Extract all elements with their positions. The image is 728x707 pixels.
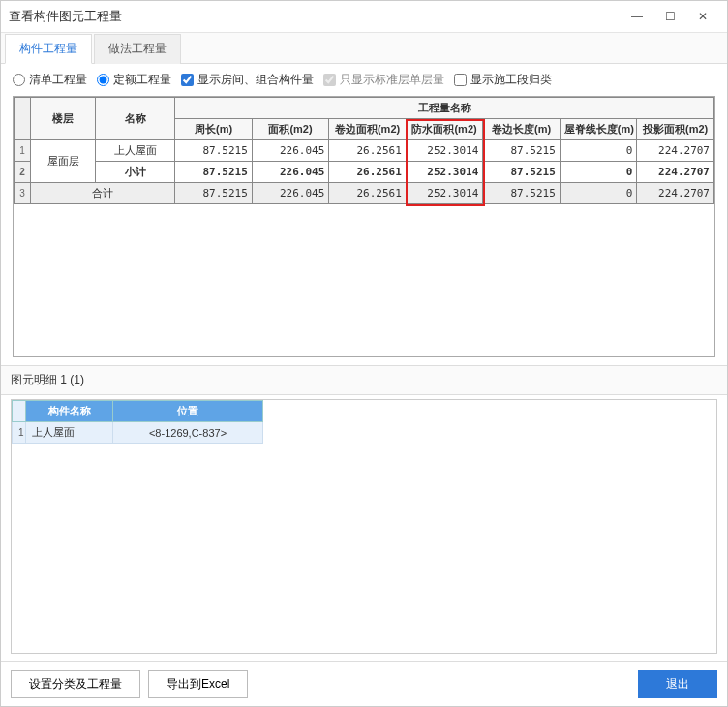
radio-quota-qty[interactable]: 定额工程量 (97, 72, 171, 88)
value-cell: 224.2707 (637, 183, 714, 204)
detail-header-name: 构件名称 (26, 401, 113, 422)
chk-only-single-input (323, 74, 336, 86)
export-button[interactable]: 导出到Excel (148, 670, 248, 698)
header-group: 工程量名称 (175, 98, 714, 119)
header-rownum (15, 98, 31, 140)
detail-pos: <8-1269,C-837> (113, 422, 263, 444)
list-item[interactable]: 1上人屋面<8-1269,C-837> (13, 422, 263, 444)
quantity-grid: 楼层 名称 工程量名称 周长(m)面积(m2)卷边面积(m2)防水面积(m2)卷… (13, 96, 715, 357)
value-cell: 0 (560, 162, 637, 183)
chk-section-label: 显示施工段归类 (470, 72, 552, 88)
chk-only-single-label: 只显示标准层单层量 (340, 72, 444, 88)
chk-section-input[interactable] (454, 74, 467, 86)
value-cell: 252.3014 (406, 140, 483, 162)
rownum-cell: 1 (15, 140, 31, 162)
value-cell: 226.045 (252, 140, 329, 162)
name-cell: 上人屋面 (96, 140, 175, 162)
value-cell: 87.5215 (175, 183, 253, 204)
value-cell: 26.2561 (329, 183, 407, 204)
value-cell: 0 (560, 183, 637, 204)
header-floor: 楼层 (30, 98, 95, 140)
tab-component-qty[interactable]: 构件工程量 (5, 34, 92, 64)
detail-title: 图元明细 1 (1) (1, 365, 727, 395)
value-cell: 87.5215 (483, 140, 561, 162)
rownum-cell: 3 (15, 183, 31, 204)
table-row: 3合计87.5215226.04526.2561252.301487.52150… (15, 183, 714, 204)
detail-header-rownum (13, 401, 26, 422)
radio-quota-qty-input[interactable] (97, 74, 109, 86)
name-cell: 小计 (96, 162, 175, 183)
detail-header-pos: 位置 (113, 401, 263, 422)
value-cell: 0 (560, 140, 637, 162)
chk-show-room-label: 显示房间、组合构件量 (197, 72, 314, 88)
tab-bar: 构件工程量 做法工程量 (1, 33, 727, 64)
header-metric-1: 面积(m2) (252, 119, 329, 140)
radio-quota-qty-label: 定额工程量 (113, 72, 171, 88)
value-cell: 224.2707 (637, 162, 714, 183)
value-cell: 87.5215 (175, 140, 253, 162)
value-cell: 87.5215 (483, 183, 561, 204)
table-row: 2小计87.5215226.04526.2561252.301487.52150… (15, 162, 714, 183)
close-icon[interactable]: ✕ (686, 7, 719, 26)
value-cell: 226.045 (252, 183, 329, 204)
value-cell: 252.3014 (406, 162, 483, 183)
header-metric-4: 卷边长度(m) (483, 119, 561, 140)
header-metric-2: 卷边面积(m2) (329, 119, 407, 140)
tab-method-qty[interactable]: 做法工程量 (94, 34, 181, 64)
floor-cell: 屋面层 (30, 140, 95, 183)
table-row: 1屋面层上人屋面87.5215226.04526.2561252.301487.… (15, 140, 714, 162)
total-label: 合计 (30, 183, 174, 204)
category-button[interactable]: 设置分类及工程量 (11, 670, 140, 698)
header-metric-5: 屋脊线长度(m) (560, 119, 637, 140)
value-cell: 87.5215 (483, 162, 561, 183)
chk-show-room[interactable]: 显示房间、组合构件量 (181, 72, 314, 88)
radio-list-qty[interactable]: 清单工程量 (13, 72, 87, 88)
value-cell: 226.045 (252, 162, 329, 183)
chk-only-single: 只显示标准层单层量 (323, 72, 444, 88)
header-name: 名称 (96, 98, 175, 140)
exit-button[interactable]: 退出 (638, 670, 717, 698)
minimize-icon[interactable]: — (621, 7, 653, 26)
detail-rownum: 1 (13, 422, 26, 444)
radio-list-qty-input[interactable] (13, 74, 25, 86)
header-metric-0: 周长(m) (175, 119, 253, 140)
chk-section[interactable]: 显示施工段归类 (454, 72, 552, 88)
value-cell: 252.3014 (406, 183, 483, 204)
header-metric-6: 投影面积(m2) (637, 119, 714, 140)
value-cell: 26.2561 (329, 140, 407, 162)
value-cell: 224.2707 (637, 140, 714, 162)
radio-list-qty-label: 清单工程量 (29, 72, 87, 88)
header-metric-3: 防水面积(m2) (406, 119, 483, 140)
detail-grid: 构件名称 位置 1上人屋面<8-1269,C-837> (11, 399, 717, 654)
detail-name: 上人屋面 (26, 422, 113, 444)
value-cell: 26.2561 (329, 162, 407, 183)
value-cell: 87.5215 (175, 162, 253, 183)
rownum-cell: 2 (15, 162, 31, 183)
maximize-icon[interactable]: ☐ (653, 7, 686, 26)
window-title: 查看构件图元工程量 (9, 8, 621, 25)
chk-show-room-input[interactable] (181, 74, 194, 86)
